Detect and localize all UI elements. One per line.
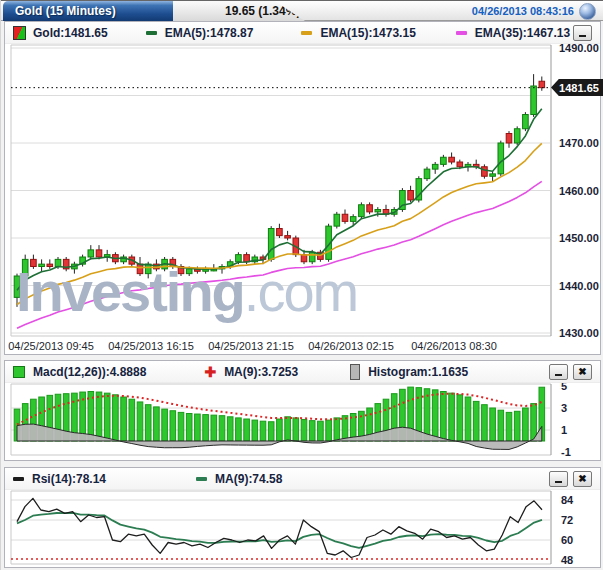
macd-legend-row: Macd(12,26)):4.8888 ✚ MA(9):3.7253 Histo… bbox=[5, 361, 600, 383]
svg-text:04/25/2013 16:15: 04/25/2013 16:15 bbox=[108, 340, 194, 352]
svg-text:04/26/2013 02:15: 04/26/2013 02:15 bbox=[308, 340, 394, 352]
svg-text:1: 1 bbox=[561, 424, 567, 436]
ema35-legend-label: EMA(35):1467.13 bbox=[475, 26, 570, 40]
svg-text:1470.00: 1470.00 bbox=[559, 137, 599, 149]
svg-text:5: 5 bbox=[561, 383, 567, 392]
histogram-legend-label: Histogram:1.1635 bbox=[368, 365, 468, 379]
last-price-tag: 1481.65 bbox=[551, 79, 603, 96]
rsi-chart[interactable]: 84726048 bbox=[5, 490, 600, 570]
svg-text:1440.00: 1440.00 bbox=[559, 280, 599, 292]
price-chart-panel: Gold:1481.65 EMA(5):1478.87 EMA(15):1473… bbox=[4, 21, 601, 355]
minus-icon bbox=[555, 374, 562, 376]
svg-text:-1: -1 bbox=[561, 446, 571, 458]
close-macd-button[interactable]: ✖ bbox=[573, 364, 592, 380]
macd-legend-label: Macd(12,26)):4.8888 bbox=[33, 365, 146, 379]
rsi-panel: Rsi(14):78.14 MA(9):74.58 ✖ 84726048 bbox=[4, 467, 601, 568]
macd-panel: Macd(12,26)):4.8888 ✚ MA(9):3.7253 Histo… bbox=[4, 360, 601, 461]
svg-text:1490.00: 1490.00 bbox=[559, 44, 599, 54]
macd-bars bbox=[14, 387, 544, 441]
minimize-rsi-button[interactable] bbox=[549, 471, 568, 487]
svg-text:84: 84 bbox=[561, 494, 574, 506]
price-legend-row: Gold:1481.65 EMA(5):1478.87 EMA(15):1473… bbox=[5, 22, 600, 44]
rsi-legend-row: Rsi(14):78.14 MA(9):74.58 ✖ bbox=[5, 468, 600, 490]
close-icon: ✖ bbox=[578, 367, 586, 377]
svg-text:1450.00: 1450.00 bbox=[559, 232, 599, 244]
ema35-swatch bbox=[456, 31, 467, 35]
histogram-swatch bbox=[350, 364, 360, 380]
gold-legend-label: Gold:1481.65 bbox=[33, 26, 108, 40]
rsi-ma-legend-label: MA(9):74.58 bbox=[215, 472, 282, 486]
tab-change[interactable]: 19.65 (1.34%) bbox=[173, 1, 305, 21]
rsi-swatch bbox=[13, 477, 24, 481]
svg-text:60: 60 bbox=[561, 534, 573, 546]
macd-ma-legend-label: MA(9):3.7253 bbox=[224, 365, 298, 379]
macd-chart[interactable]: 531-1 bbox=[5, 383, 600, 465]
ema15-legend-label: EMA(15):1473.15 bbox=[320, 26, 415, 40]
minus-icon bbox=[555, 481, 562, 483]
svg-text:72: 72 bbox=[561, 514, 573, 526]
svg-text:48: 48 bbox=[561, 554, 573, 566]
quote-datetime: 04/26/2013 08:43:16 bbox=[472, 5, 574, 17]
rsi-legend-label: Rsi(14):78.14 bbox=[32, 472, 106, 486]
ema5-legend-label: EMA(5):1478.87 bbox=[165, 26, 254, 40]
svg-text:04/25/2013 09:45: 04/25/2013 09:45 bbox=[8, 340, 94, 352]
change-value: 19.65 (1.34%) bbox=[173, 1, 305, 21]
svg-text:04/25/2013 21:15: 04/25/2013 21:15 bbox=[208, 340, 294, 352]
close-rsi-button[interactable]: ✖ bbox=[573, 471, 592, 487]
svg-text:3: 3 bbox=[561, 402, 567, 414]
window-header: Gold (15 Minutes) 19.65 (1.34%) 04/26/20… bbox=[1, 0, 603, 21]
svg-text:1430.00: 1430.00 bbox=[559, 327, 599, 339]
svg-text:1460.00: 1460.00 bbox=[559, 185, 599, 197]
candle-icon bbox=[13, 26, 26, 40]
svg-text:04/26/2013 08:30: 04/26/2013 08:30 bbox=[411, 340, 497, 352]
ema5-swatch bbox=[146, 31, 157, 35]
rsi-ma-swatch bbox=[196, 477, 207, 481]
globe-icon[interactable] bbox=[579, 3, 596, 20]
minus-icon bbox=[579, 35, 586, 37]
ema15-swatch bbox=[301, 31, 312, 35]
minimize-macd-button[interactable] bbox=[549, 364, 568, 380]
plus-icon: ✚ bbox=[204, 367, 216, 377]
minimize-main-button[interactable] bbox=[573, 25, 592, 41]
macd-swatch bbox=[13, 366, 25, 378]
main-price-chart[interactable]: 1490.001470.001460.001450.001440.001430.… bbox=[5, 44, 600, 361]
close-icon: ✖ bbox=[578, 474, 586, 484]
